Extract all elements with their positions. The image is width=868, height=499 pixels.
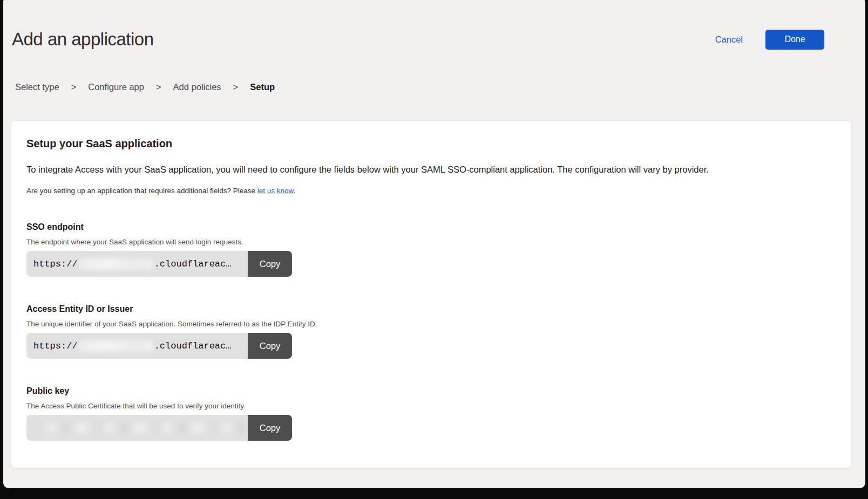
header-actions: Cancel Done	[715, 30, 824, 50]
additional-fields-note: Are you setting up an application that r…	[26, 187, 836, 195]
cancel-button[interactable]: Cancel	[715, 35, 743, 45]
breadcrumb: Select type > Configure app > Add polici…	[15, 82, 865, 92]
breadcrumb-separator: >	[71, 82, 77, 92]
field-sso-endpoint: SSO endpoint The endpoint where your Saa…	[26, 222, 836, 277]
redacted-value-blur	[79, 258, 153, 270]
breadcrumb-separator: >	[156, 82, 161, 92]
access-entity-id-description: The unique identifier of your SaaS appli…	[26, 320, 836, 328]
card-intro-text: To integrate Access with your SaaS appli…	[26, 164, 836, 175]
redacted-value-blur	[38, 422, 247, 433]
public-key-label: Public key	[26, 386, 836, 396]
public-key-value-row: Copy	[26, 415, 292, 441]
field-access-entity-id: Access Entity ID or Issuer The unique id…	[26, 304, 836, 359]
note-text: Are you setting up an application that r…	[26, 187, 257, 195]
page-header: Add an application Cancel Done	[3, 0, 865, 50]
breadcrumb-step-select-type[interactable]: Select type	[15, 82, 59, 92]
public-key-copy-button[interactable]: Copy	[248, 415, 292, 441]
access-entity-id-value-row: https:// .cloudflareac… Copy	[26, 333, 292, 359]
field-public-key: Public key The Access Public Certificate…	[26, 386, 836, 441]
breadcrumb-separator: >	[233, 82, 239, 92]
breadcrumb-step-configure-app[interactable]: Configure app	[88, 82, 144, 92]
breadcrumb-step-add-policies[interactable]: Add policies	[173, 82, 221, 92]
card-heading: Setup your SaaS application	[26, 138, 836, 150]
let-us-know-link[interactable]: let us know.	[257, 187, 296, 195]
sso-endpoint-description: The endpoint where your SaaS application…	[26, 238, 836, 246]
app-screen: Add an application Cancel Done Select ty…	[3, 0, 865, 488]
sso-endpoint-value-row: https:// .cloudflareac… Copy	[26, 251, 292, 277]
sso-endpoint-copy-button[interactable]: Copy	[248, 251, 292, 277]
value-prefix: https://	[33, 341, 78, 351]
value-prefix: https://	[33, 259, 78, 269]
public-key-value[interactable]	[26, 415, 248, 441]
page-title: Add an application	[12, 29, 154, 50]
access-entity-id-label: Access Entity ID or Issuer	[26, 304, 836, 314]
redacted-value-blur	[79, 340, 153, 352]
setup-card: Setup your SaaS application To integrate…	[11, 120, 852, 468]
value-suffix: .cloudflareac…	[154, 259, 232, 269]
public-key-description: The Access Public Certificate that will …	[26, 402, 836, 410]
access-entity-id-value[interactable]: https:// .cloudflareac…	[26, 333, 248, 359]
access-entity-id-copy-button[interactable]: Copy	[248, 333, 292, 359]
done-button[interactable]: Done	[765, 30, 824, 50]
sso-endpoint-value[interactable]: https:// .cloudflareac…	[26, 251, 248, 277]
value-suffix: .cloudflareac…	[154, 341, 232, 351]
sso-endpoint-label: SSO endpoint	[26, 222, 836, 232]
breadcrumb-step-setup[interactable]: Setup	[250, 82, 275, 92]
